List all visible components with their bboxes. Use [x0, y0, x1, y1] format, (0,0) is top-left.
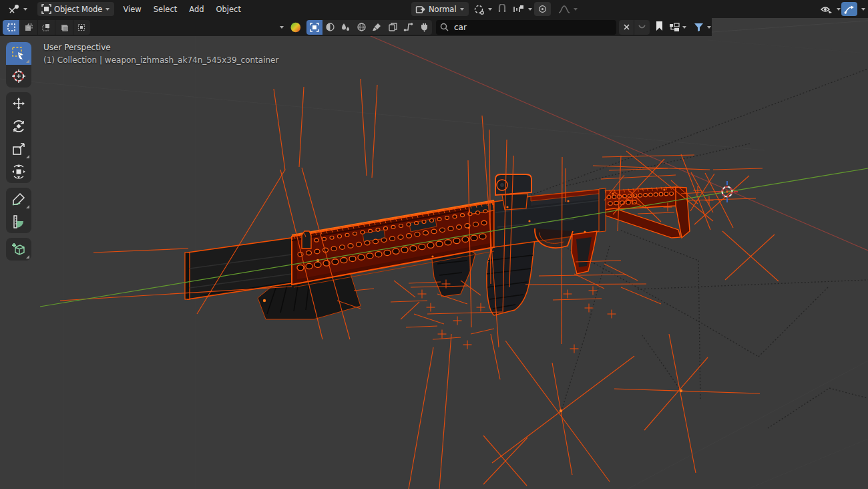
- editor-type-icon: [8, 4, 20, 15]
- filter-duplicate-button[interactable]: [385, 20, 401, 35]
- editor-type-button[interactable]: [4, 2, 32, 16]
- tool-cursor[interactable]: [6, 65, 31, 88]
- curve-steps-icon: [403, 22, 413, 32]
- select-mode-set[interactable]: [3, 20, 19, 35]
- tool-measure[interactable]: [6, 210, 31, 233]
- chevron-down-icon: [527, 7, 533, 12]
- proportional-editing-toggle[interactable]: [534, 2, 551, 16]
- tool-move[interactable]: [6, 92, 31, 115]
- object-mode-icon: [41, 4, 51, 14]
- scale-icon: [11, 142, 26, 156]
- select-intersect-icon: [77, 23, 86, 32]
- select-mode-subtract[interactable]: [38, 20, 55, 35]
- add-cube-icon: [11, 242, 26, 257]
- tool-scale[interactable]: [6, 138, 31, 160]
- move-icon: [11, 96, 26, 111]
- chevron-down-icon: [105, 7, 110, 12]
- magnet-icon: [497, 4, 507, 15]
- pivot-icon: [473, 4, 485, 15]
- filter-mesh-button[interactable]: [322, 20, 338, 35]
- chevron-down-icon: [459, 7, 465, 12]
- half-sphere-icon: [325, 22, 335, 32]
- tool-submenu-corner: [26, 205, 29, 208]
- select-mode-intersect[interactable]: [73, 20, 90, 35]
- chevron-down-icon: [638, 25, 646, 30]
- menu-view[interactable]: View: [117, 5, 147, 14]
- select-mode-extend[interactable]: [20, 20, 37, 35]
- select-mode-invert[interactable]: [55, 20, 72, 35]
- toolbar: [6, 42, 31, 261]
- plugin-icon: [419, 22, 429, 32]
- orientation-icon: [415, 5, 426, 14]
- search-options-button[interactable]: [634, 20, 649, 35]
- bookmark-icon: [655, 21, 664, 31]
- filter-fluid-button[interactable]: [338, 20, 353, 35]
- orientation-label: Normal: [429, 5, 457, 14]
- globe-icon: [357, 22, 367, 32]
- funnel-icon: [694, 23, 704, 32]
- chevron-down-icon: [487, 7, 493, 12]
- filter-dropdown[interactable]: [694, 23, 712, 32]
- chevron-down-icon: [682, 25, 687, 30]
- select-set-icon: [7, 23, 16, 32]
- chevron-down-icon: [573, 7, 578, 12]
- transform-orientation-dropdown[interactable]: Normal: [411, 2, 469, 16]
- brush-icon: [372, 22, 382, 32]
- falloff-dropdown[interactable]: [554, 2, 582, 16]
- hierarchy-icon: [669, 23, 680, 32]
- tool-submenu-corner: [26, 255, 29, 259]
- duplicate-pages-icon: [388, 22, 398, 32]
- filter-world-button[interactable]: [354, 20, 369, 35]
- filter-plugin-button[interactable]: [417, 20, 432, 35]
- viewport-header: Object Mode View Select Add Object Norma…: [0, 0, 868, 18]
- select-invert-icon: [59, 23, 69, 32]
- chevron-down-icon[interactable]: [279, 25, 284, 30]
- mode-dropdown[interactable]: Object Mode: [37, 2, 114, 16]
- filter-brush-button[interactable]: [369, 20, 385, 35]
- bookmark-button[interactable]: [655, 21, 664, 34]
- select-subtract-icon: [41, 23, 51, 32]
- chevron-down-icon: [836, 7, 841, 12]
- gizmo-icon: [844, 4, 855, 15]
- search-input[interactable]: [453, 22, 589, 33]
- material-ball-icon[interactable]: [290, 21, 302, 33]
- tool-settings-bar: [0, 18, 712, 36]
- select-box-icon: [11, 46, 26, 61]
- tool-annotate[interactable]: [6, 188, 31, 210]
- chevron-down-icon: [706, 25, 712, 30]
- chevron-down-icon: [23, 7, 28, 12]
- tool-transform[interactable]: [6, 160, 31, 183]
- measure-icon: [11, 214, 26, 229]
- annotate-pen-icon: [11, 192, 26, 206]
- menu-select[interactable]: Select: [148, 5, 183, 14]
- menu-add[interactable]: Add: [183, 5, 210, 14]
- rotate-icon: [11, 119, 26, 134]
- tool-add-cube[interactable]: [6, 238, 31, 261]
- visibility-icon: [820, 4, 833, 15]
- tool-select-box[interactable]: [6, 42, 31, 65]
- select-extend-icon: [24, 23, 33, 32]
- close-icon: [623, 23, 630, 31]
- filter-object-button[interactable]: [306, 20, 322, 35]
- menu-object[interactable]: Object: [210, 5, 247, 14]
- viewport-collection-label: (1) Collection | weapon_izhmash_ak74n_54…: [43, 55, 278, 65]
- gizmo-toggle[interactable]: [841, 2, 857, 16]
- object-select-icon: [310, 23, 319, 32]
- proportional-icon: [538, 4, 547, 14]
- mode-label: Object Mode: [54, 5, 102, 14]
- display-mode-dropdown[interactable]: [669, 23, 687, 32]
- falloff-curve-icon: [558, 5, 570, 14]
- tool-submenu-corner: [26, 59, 29, 63]
- snap-target-icon: [513, 4, 525, 15]
- snap-target-dropdown[interactable]: [509, 2, 537, 16]
- clear-search-button[interactable]: [619, 20, 634, 35]
- filter-curve-button[interactable]: [401, 20, 416, 35]
- tool-rotate[interactable]: [6, 115, 31, 138]
- search-field[interactable]: [436, 20, 616, 35]
- 3d-viewport[interactable]: [0, 0, 868, 489]
- tool-submenu-corner: [26, 155, 29, 158]
- cursor-tool-icon: [11, 69, 26, 84]
- chevron-down-icon[interactable]: [861, 7, 866, 12]
- search-icon: [440, 23, 449, 31]
- transform-icon: [11, 164, 26, 179]
